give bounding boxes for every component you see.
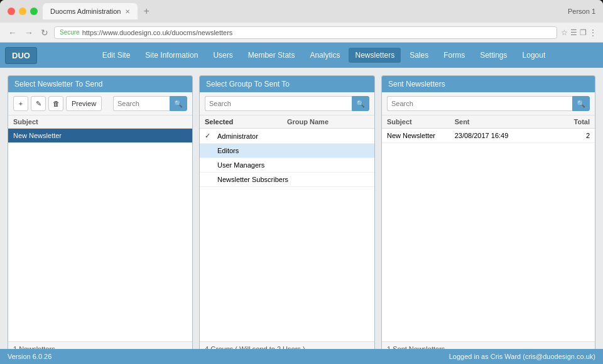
status-bar: Version 6.0.26 Logged in as Cris Ward (c… xyxy=(0,349,603,364)
panel-newsletters-header: Select Newsletter To Send xyxy=(8,76,192,92)
add-newsletter-button[interactable]: + xyxy=(13,96,28,111)
secure-badge: Secure xyxy=(60,29,80,36)
browser-titlebar: Duocms Administration ✕ + Person 1 xyxy=(0,0,603,23)
edit-icon: ✎ xyxy=(36,100,41,108)
address-bar[interactable]: Secure https://www.duodesign.co.uk/duocm… xyxy=(54,26,557,39)
sent-search-input[interactable] xyxy=(387,96,572,111)
maximize-button[interactable] xyxy=(30,8,38,15)
groups-table-header: Selected Group Name xyxy=(200,115,374,129)
group-name-subscribers: Newsletter Subscribers xyxy=(217,176,369,183)
newsletter-row[interactable]: New Newsletter xyxy=(8,129,192,143)
browser-addressbar: ← → ↻ Secure https://www.duodesign.co.uk… xyxy=(0,23,603,43)
panel-newsletters-toolbar: + ✎ 🗑 Preview 🔍 xyxy=(8,92,192,115)
reload-button[interactable]: ↻ xyxy=(39,28,50,38)
newsletter-subject: New Newsletter xyxy=(13,132,187,139)
nav-item-newsletters[interactable]: Newsletters xyxy=(349,48,401,63)
group-row-administrator[interactable]: ✓ Administrator xyxy=(200,129,374,144)
panel-groups-header: Select Groutp To Sent To xyxy=(200,76,374,92)
delete-icon: 🗑 xyxy=(53,100,60,107)
more-icon[interactable]: ⋮ xyxy=(589,28,597,37)
group-name-usermanagers: User Managers xyxy=(217,161,369,169)
browser-user: Person 1 xyxy=(568,8,595,15)
reader-icon[interactable]: ☰ xyxy=(570,28,577,37)
duo-logo[interactable]: DUO xyxy=(5,47,37,64)
sent-date: 23/08/2017 16:49 xyxy=(455,132,557,139)
nav-item-users[interactable]: Users xyxy=(207,48,239,63)
preview-button[interactable]: Preview xyxy=(66,96,102,111)
tab-close-icon[interactable]: ✕ xyxy=(125,8,130,15)
groups-search-button[interactable]: 🔍 xyxy=(352,96,369,111)
nav-items: Edit Site Site Information Users Member … xyxy=(50,48,598,63)
panel-newsletters: Select Newsletter To Send + ✎ 🗑 Preview … xyxy=(8,75,193,356)
panel-sent-toolbar: 🔍 xyxy=(382,92,595,115)
groups-search-box: 🔍 xyxy=(205,96,369,111)
sent-total: 2 xyxy=(556,132,590,139)
panel-groups-toolbar: 🔍 xyxy=(200,92,374,115)
minimize-button[interactable] xyxy=(19,8,26,15)
group-name-administrator: Administrator xyxy=(217,132,369,140)
newsletters-search-box: 🔍 xyxy=(113,96,187,111)
newsletters-table-header: Subject xyxy=(8,115,192,129)
nav-item-analytics[interactable]: Analytics xyxy=(303,48,346,63)
nav-item-editsite[interactable]: Edit Site xyxy=(96,48,137,63)
traffic-lights xyxy=(8,8,38,15)
groups-search-input[interactable] xyxy=(205,96,352,111)
nav-item-memberstats[interactable]: Member Stats xyxy=(242,48,302,63)
groups-col-selected: Selected xyxy=(205,118,287,126)
delete-newsletter-button[interactable]: 🗑 xyxy=(48,96,63,111)
browser-tabs: Duocms Administration ✕ + xyxy=(43,3,563,19)
app-container: DUO Edit Site Site Information Users Mem… xyxy=(0,43,603,364)
sent-col-sent: Sent xyxy=(455,118,557,126)
group-row-subscribers[interactable]: Newsletter Subscribers xyxy=(200,173,374,187)
group-name-editors: Editors xyxy=(217,147,369,154)
groups-col-name: Group Name xyxy=(287,118,369,126)
group-row-editors[interactable]: Editors xyxy=(200,144,374,158)
bookmark-icon[interactable]: ☆ xyxy=(561,28,568,37)
sent-col-subject: Subject xyxy=(387,118,455,126)
browser-chrome: Duocms Administration ✕ + Person 1 ← → ↻… xyxy=(0,0,603,43)
url-text: https://www.duodesign.co.uk/duocms/newsl… xyxy=(82,29,233,36)
edit-newsletter-button[interactable]: ✎ xyxy=(31,96,46,111)
sent-col-total: Total xyxy=(556,118,590,126)
addressbar-icons: ☆ ☰ ❐ ⋮ xyxy=(561,28,597,37)
groups-table: Selected Group Name ✓ Administrator Edit… xyxy=(200,115,374,341)
close-button[interactable] xyxy=(8,8,15,15)
newsletters-search-button[interactable]: 🔍 xyxy=(170,96,187,111)
back-button[interactable]: ← xyxy=(6,28,19,38)
panel-sent: Sent Newsletters 🔍 Subject Sent Total Ne… xyxy=(381,75,595,356)
newsletters-table: Subject New Newsletter xyxy=(8,115,192,341)
sent-table-header: Subject Sent Total xyxy=(382,115,595,129)
nav-item-forms[interactable]: Forms xyxy=(437,48,471,63)
main-content: Select Newsletter To Send + ✎ 🗑 Preview … xyxy=(0,68,603,364)
sent-row[interactable]: New Newsletter 23/08/2017 16:49 2 xyxy=(382,129,595,143)
nav-item-siteinfo[interactable]: Site Information xyxy=(139,48,204,63)
browser-tab[interactable]: Duocms Administration ✕ xyxy=(43,3,138,19)
top-nav: DUO Edit Site Site Information Users Mem… xyxy=(0,43,603,68)
sent-subject: New Newsletter xyxy=(387,132,455,139)
sent-search-button[interactable]: 🔍 xyxy=(572,96,590,111)
group-row-usermanagers[interactable]: User Managers xyxy=(200,158,374,173)
new-tab-button[interactable]: + xyxy=(140,6,153,17)
sent-table: Subject Sent Total New Newsletter 23/08/… xyxy=(382,115,595,341)
logged-in-label: Logged in as Cris Ward (cris@duodesign.c… xyxy=(449,353,595,360)
group-check-administrator: ✓ xyxy=(205,132,217,140)
newsletters-col-subject: Subject xyxy=(13,118,187,126)
forward-button[interactable]: → xyxy=(23,28,35,38)
share-icon[interactable]: ❐ xyxy=(580,28,587,37)
nav-item-sales[interactable]: Sales xyxy=(403,48,435,63)
sent-search-box: 🔍 xyxy=(387,96,590,111)
nav-item-logout[interactable]: Logout xyxy=(516,48,552,63)
nav-item-settings[interactable]: Settings xyxy=(474,48,513,63)
version-label: Version 6.0.26 xyxy=(8,353,52,360)
newsletters-search-input[interactable] xyxy=(113,96,170,111)
tab-title: Duocms Administration xyxy=(50,8,121,15)
panel-sent-header: Sent Newsletters xyxy=(382,76,595,92)
panel-groups: Select Groutp To Sent To 🔍 Selected Grou… xyxy=(199,75,375,356)
